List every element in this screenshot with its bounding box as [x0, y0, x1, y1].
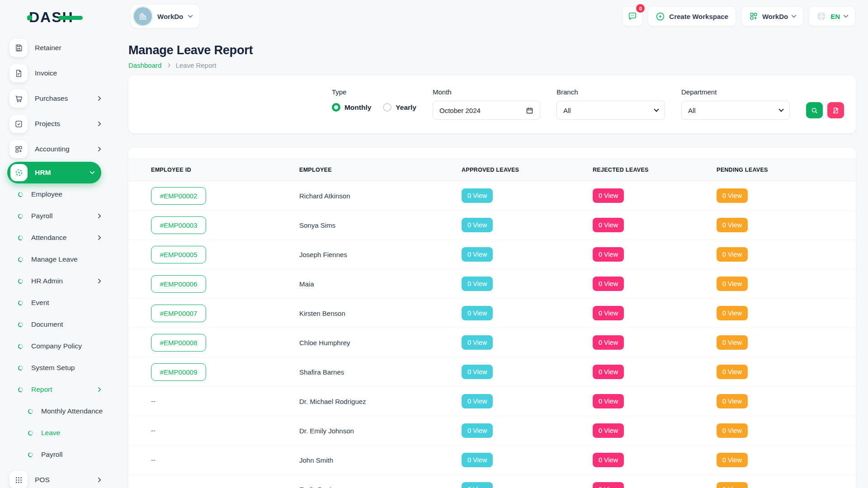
pending-leaves-badge[interactable]: 0 View — [717, 482, 748, 488]
rejected-leaves-badge[interactable]: 0 View — [593, 218, 624, 232]
rejected-leaves-badge[interactable]: 0 View — [593, 365, 624, 379]
bullet-icon — [17, 300, 24, 306]
pending-leaves-badge[interactable]: 0 View — [717, 335, 748, 350]
pending-leaves-badge[interactable]: 0 View — [717, 188, 748, 203]
radio-monthly[interactable]: Monthly — [332, 103, 371, 112]
type-filter-group: Type Monthly Yearly — [332, 88, 416, 133]
messages-count-badge: 0 — [636, 4, 645, 13]
language-selector[interactable]: EN — [809, 6, 855, 26]
sidebar-item-payroll[interactable]: Payroll — [0, 205, 108, 227]
table-row: #EMP00009 Shafira Barnes 0 View 0 View 0… — [128, 357, 856, 387]
table-row: #EMP00007 Kirsten Benson 0 View 0 View 0… — [128, 299, 856, 328]
dash-logo-mark: DASH — [29, 9, 74, 26]
sidebar-item-document[interactable]: Document — [0, 314, 108, 335]
approved-leaves-badge[interactable]: 0 View — [462, 306, 493, 320]
approved-leaves-badge[interactable]: 0 View — [462, 188, 493, 203]
sidebar-item-leave[interactable]: Leave — [0, 422, 108, 444]
rejected-leaves-badge[interactable]: 0 View — [593, 453, 624, 467]
month-input[interactable]: October 2024 — [433, 101, 540, 120]
employee-id-link[interactable]: #EMP00002 — [151, 187, 206, 205]
sidebar-item-invoice[interactable]: Invoice — [0, 61, 108, 86]
department-select[interactable]: All — [681, 101, 790, 120]
search-button[interactable] — [806, 102, 823, 118]
sidebar-item-projects[interactable]: Projects — [0, 111, 108, 136]
employee-id-link[interactable]: #EMP00008 — [151, 334, 206, 352]
employee-name: Shafira Barnes — [299, 368, 462, 376]
pending-leaves-badge[interactable]: 0 View — [717, 423, 748, 438]
employee-id-link[interactable]: #EMP00003 — [151, 216, 206, 234]
sidebar-item-system-setup[interactable]: System Setup — [0, 357, 108, 379]
pending-leaves-badge[interactable]: 0 View — [717, 394, 748, 408]
workspace-selector[interactable]: WorkDo — [130, 4, 200, 28]
approved-leaves-badge[interactable]: 0 View — [462, 247, 493, 262]
employee-name: Richard Atkinson — [299, 192, 462, 200]
approved-leaves-cell: 0 View — [462, 277, 593, 291]
rejected-leaves-badge[interactable]: 0 View — [593, 423, 624, 438]
approved-leaves-cell: 0 View — [462, 188, 593, 203]
sidebar-item-report-payroll[interactable]: Payroll — [0, 444, 108, 465]
sidebar-item-company-policy[interactable]: Company Policy — [0, 335, 108, 357]
dash-logo[interactable]: DASH — [29, 9, 74, 25]
workdo-menu-label: WorkDo — [762, 13, 788, 20]
rejected-leaves-badge[interactable]: 0 View — [593, 188, 624, 203]
rejected-leaves-cell: 0 View — [593, 188, 717, 203]
column-header: REJECTED LEAVES — [593, 167, 717, 173]
sidebar-item-report[interactable]: Report — [0, 379, 108, 400]
approved-leaves-cell: 0 View — [462, 365, 593, 379]
approved-leaves-cell: 0 View — [462, 218, 593, 232]
employee-id-link[interactable]: #EMP00009 — [151, 363, 206, 381]
pending-leaves-badge[interactable]: 0 View — [717, 247, 748, 262]
workdo-menu-button[interactable]: WorkDo — [741, 6, 803, 26]
create-workspace-button[interactable]: Create Workspace — [648, 6, 736, 26]
approved-leaves-badge[interactable]: 0 View — [462, 277, 493, 291]
sidebar-item-monthly-attendance[interactable]: Monthly Attendance — [0, 400, 108, 422]
approved-leaves-badge[interactable]: 0 View — [462, 453, 493, 467]
employee-id-link[interactable]: #EMP00005 — [151, 246, 206, 263]
rejected-leaves-badge[interactable]: 0 View — [593, 277, 624, 291]
pending-leaves-badge[interactable]: 0 View — [717, 277, 748, 291]
sidebar-item-hr-admin[interactable]: HR Admin — [0, 270, 108, 292]
approved-leaves-badge[interactable]: 0 View — [462, 335, 493, 350]
employee-id-text: -- — [151, 456, 156, 464]
department-filter-group: Department All — [681, 88, 790, 133]
logo-dash — [58, 16, 83, 20]
breadcrumb-dashboard-link[interactable]: Dashboard — [128, 61, 161, 69]
approved-leaves-badge[interactable]: 0 View — [462, 423, 493, 438]
employee-id-cell: -- — [151, 456, 299, 464]
rejected-leaves-badge[interactable]: 0 View — [593, 247, 624, 262]
rejected-leaves-cell: 0 View — [593, 306, 717, 320]
chevron-right-icon — [96, 96, 101, 101]
sidebar-item-retainer[interactable]: Retainer — [0, 35, 108, 61]
pending-leaves-badge[interactable]: 0 View — [717, 306, 748, 320]
pending-leaves-badge[interactable]: 0 View — [717, 453, 748, 467]
rejected-leaves-badge[interactable]: 0 View — [593, 394, 624, 408]
approved-leaves-badge[interactable]: 0 View — [462, 365, 493, 379]
reset-filter-button[interactable] — [827, 102, 844, 118]
branch-select[interactable]: All — [557, 101, 665, 120]
sidebar-item-purchases[interactable]: Purchases — [0, 86, 108, 111]
rejected-leaves-cell: 0 View — [593, 218, 717, 232]
pending-leaves-badge[interactable]: 0 View — [717, 365, 748, 379]
approved-leaves-badge[interactable]: 0 View — [462, 218, 493, 232]
sidebar-item-event[interactable]: Event — [0, 292, 108, 314]
employee-id-link[interactable]: #EMP00007 — [151, 305, 206, 322]
rejected-leaves-badge[interactable]: 0 View — [593, 306, 624, 320]
pending-leaves-badge[interactable]: 0 View — [717, 218, 748, 232]
employee-id-link[interactable]: #EMP00006 — [151, 275, 206, 293]
sidebar-item-employee[interactable]: Employee — [0, 183, 108, 205]
table-header: EMPLOYEE ID EMPLOYEE APPROVED LEAVES REJ… — [128, 159, 856, 181]
rejected-leaves-cell: 0 View — [593, 423, 717, 438]
sidebar-item-hrm[interactable]: HRM — [7, 162, 101, 183]
sidebar-item-accounting[interactable]: Accounting — [0, 136, 108, 162]
filter-card: Type Monthly Yearly Month October 2024 — [128, 75, 856, 133]
sidebar-item-attendance[interactable]: Attendance — [0, 227, 108, 249]
rejected-leaves-badge[interactable]: 0 View — [593, 335, 624, 350]
radio-yearly[interactable]: Yearly — [383, 103, 416, 112]
sidebar-item-pos[interactable]: POS — [0, 467, 108, 488]
rejected-leaves-badge[interactable]: 0 View — [593, 482, 624, 488]
messages-button[interactable]: 0 — [623, 6, 642, 26]
chevron-down-icon — [843, 13, 848, 18]
approved-leaves-badge[interactable]: 0 View — [462, 394, 493, 408]
sidebar-item-manage-leave[interactable]: Manage Leave — [0, 249, 108, 270]
approved-leaves-badge[interactable]: 0 View — [462, 482, 493, 488]
